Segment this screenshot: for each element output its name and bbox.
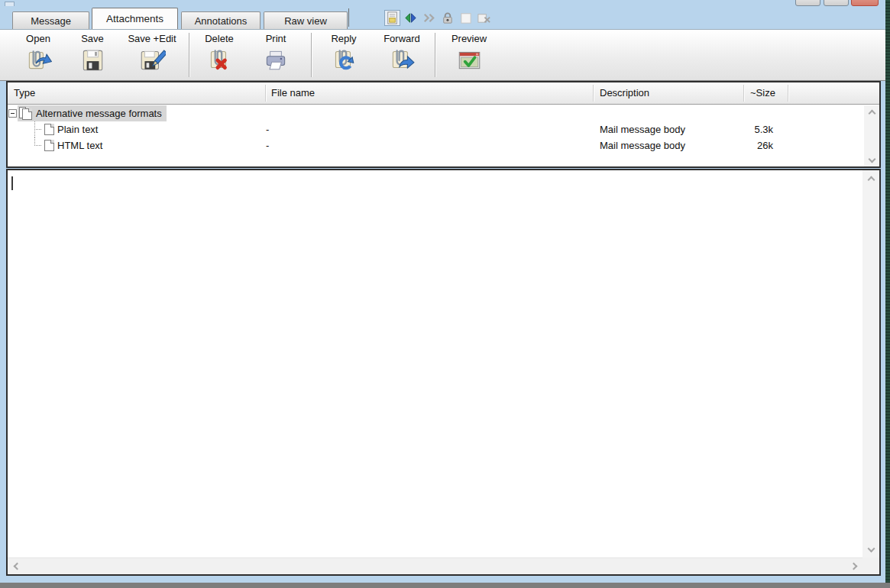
close-button[interactable] bbox=[851, 0, 879, 6]
tree-line bbox=[34, 129, 41, 130]
tab-message-label: Message bbox=[31, 15, 71, 27]
attachment-toolbar: Open Save Save bbox=[0, 29, 885, 81]
print-icon bbox=[262, 46, 290, 76]
tree-collapse-icon[interactable] bbox=[8, 109, 17, 118]
scroll-up-button[interactable] bbox=[862, 172, 879, 187]
message-body-area[interactable] bbox=[6, 169, 881, 576]
attachments-list-header: Type File name Description ~Size bbox=[8, 82, 879, 105]
tab-bar: Message Attachments Annotations Raw view bbox=[0, 6, 885, 29]
table-row[interactable]: Plain text - Mail message body 5.3k bbox=[8, 121, 862, 137]
save-edit-icon bbox=[138, 46, 166, 76]
table-row[interactable]: HTML text - Mail message body 26k bbox=[8, 137, 862, 153]
reply-button-label: Reply bbox=[331, 33, 356, 44]
scroll-down-button[interactable] bbox=[864, 151, 879, 166]
tree-line bbox=[34, 145, 41, 146]
table-row[interactable]: Alternative message formats bbox=[8, 105, 862, 121]
toolbar-separator bbox=[435, 33, 435, 77]
column-separator[interactable] bbox=[593, 85, 594, 102]
document-icon bbox=[44, 140, 54, 151]
document-icon bbox=[44, 124, 54, 135]
tab-message[interactable]: Message bbox=[12, 11, 89, 29]
quick-icon-strip bbox=[384, 8, 492, 27]
tab-raw-view-label: Raw view bbox=[284, 15, 327, 27]
desktop-background-right bbox=[885, 0, 890, 583]
body-vertical-scrollbar[interactable] bbox=[862, 170, 879, 557]
row-content[interactable]: Plain text bbox=[43, 121, 102, 137]
tab-raw-view[interactable]: Raw view bbox=[264, 11, 348, 29]
file-name-cell: - bbox=[266, 124, 269, 135]
toolbar-separator bbox=[311, 33, 312, 77]
column-separator[interactable] bbox=[743, 85, 744, 102]
fast-forward-icon[interactable] bbox=[421, 10, 437, 26]
delete-button[interactable]: Delete bbox=[196, 33, 243, 76]
tab-attachments-label: Attachments bbox=[106, 13, 163, 24]
column-header-description[interactable]: Description bbox=[600, 87, 649, 99]
delete-button-label: Delete bbox=[205, 33, 234, 44]
save-edit-button-label: Save +Edit bbox=[128, 33, 176, 44]
scroll-left-button[interactable] bbox=[9, 558, 24, 574]
print-button[interactable]: Print bbox=[252, 33, 299, 76]
save-edit-button[interactable]: Save +Edit bbox=[121, 33, 183, 76]
forward-button[interactable]: Forward bbox=[377, 33, 427, 76]
open-button-label: Open bbox=[26, 33, 50, 44]
size-cell: 26k bbox=[724, 140, 773, 151]
attachments-list: Type File name Description ~Size Alterna… bbox=[6, 81, 881, 168]
row-content[interactable]: HTML text bbox=[43, 137, 107, 153]
save-button[interactable]: Save bbox=[70, 33, 115, 76]
preview-button[interactable]: Preview bbox=[444, 33, 494, 76]
tab-annotations-label: Annotations bbox=[195, 15, 248, 27]
print-button-label: Print bbox=[266, 33, 286, 44]
attachment-viewer-window: Message Attachments Annotations Raw view bbox=[0, 0, 885, 583]
row-selection[interactable]: Alternative message formats bbox=[18, 105, 167, 121]
description-cell: Mail message body bbox=[600, 140, 685, 151]
blank-icon[interactable] bbox=[458, 10, 474, 26]
lock-icon[interactable] bbox=[439, 10, 455, 26]
list-vertical-scrollbar[interactable] bbox=[864, 105, 879, 166]
desktop-background-bottom bbox=[0, 583, 890, 588]
delete-attachment-icon bbox=[206, 46, 233, 76]
description-cell: Mail message body bbox=[600, 124, 685, 135]
reply-button[interactable]: Reply bbox=[320, 33, 367, 76]
size-cell: 5.3k bbox=[724, 124, 773, 135]
title-bar bbox=[0, 0, 885, 6]
file-name-cell: - bbox=[266, 140, 269, 151]
attachment-type-label: Plain text bbox=[57, 124, 98, 135]
text-cursor bbox=[11, 176, 13, 190]
forward-button-label: Forward bbox=[384, 33, 420, 44]
prev-next-icon[interactable] bbox=[403, 10, 419, 26]
attachment-type-label: HTML text bbox=[57, 140, 102, 151]
scroll-down-button[interactable] bbox=[862, 541, 879, 556]
checkbox-x-icon[interactable] bbox=[476, 10, 492, 26]
maximize-button[interactable] bbox=[824, 0, 849, 6]
open-button[interactable]: Open bbox=[9, 33, 67, 76]
save-button-label: Save bbox=[81, 33, 104, 44]
multi-document-icon bbox=[19, 107, 33, 120]
forward-icon bbox=[388, 46, 416, 76]
save-icon bbox=[79, 46, 106, 76]
body-horizontal-scrollbar[interactable] bbox=[8, 557, 862, 574]
message-note-icon[interactable] bbox=[384, 10, 400, 26]
tab-bar-divider bbox=[348, 8, 349, 27]
preview-icon bbox=[455, 46, 483, 76]
column-header-file-name[interactable]: File name bbox=[271, 87, 315, 99]
tab-annotations[interactable]: Annotations bbox=[181, 11, 261, 29]
column-header-size[interactable]: ~Size bbox=[750, 87, 775, 99]
attachment-type-label: Alternative message formats bbox=[36, 108, 162, 119]
scrollbar-corner bbox=[862, 557, 879, 574]
preview-button-label: Preview bbox=[451, 33, 487, 44]
tab-attachments[interactable]: Attachments bbox=[92, 8, 178, 29]
scroll-up-button[interactable] bbox=[864, 105, 879, 121]
scroll-right-button[interactable] bbox=[846, 558, 861, 574]
open-attachment-icon bbox=[24, 46, 52, 76]
column-separator[interactable] bbox=[265, 85, 266, 102]
minimize-button[interactable] bbox=[795, 0, 820, 6]
column-separator[interactable] bbox=[788, 85, 788, 102]
toolbar-separator bbox=[189, 33, 189, 77]
column-header-type[interactable]: Type bbox=[14, 87, 35, 99]
reply-icon bbox=[330, 46, 358, 76]
